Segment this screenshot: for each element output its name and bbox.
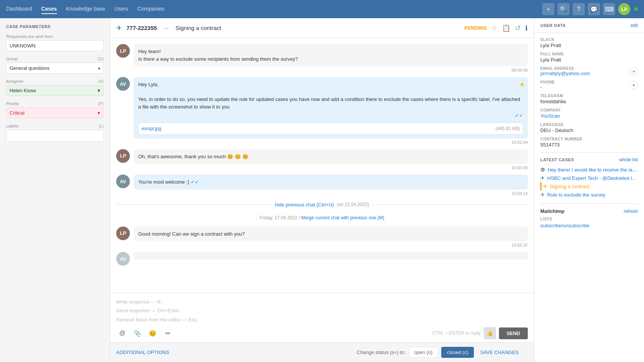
chat-icon-btn[interactable]: 💬 xyxy=(588,3,600,15)
send-button[interactable]: SEND xyxy=(499,327,528,339)
message-3: LP Oh, that's awesome, thank you so much… xyxy=(116,149,528,170)
edit-user-link[interactable]: edit xyxy=(631,23,638,28)
search-icon-btn[interactable]: 🔍 xyxy=(557,3,570,15)
company-value[interactable]: YouScan xyxy=(540,113,638,119)
emoji-icon[interactable]: 😊 xyxy=(147,327,159,339)
star-header-icon[interactable]: ☆ xyxy=(491,24,497,32)
chat-area: ✈ 777-222355 — Signing a contract PENDIN… xyxy=(110,18,534,362)
attachment-icon[interactable]: 📎 xyxy=(131,327,144,339)
msg-content-3: Oh, that's awesome, thank you so much 😊 … xyxy=(134,149,528,170)
nav-knowledge-base[interactable]: Knowledge base xyxy=(66,4,106,14)
nav-users[interactable]: Users xyxy=(114,4,128,14)
msg-bubble-2: ★ Hey Lyla,Yes, in order to do so, you n… xyxy=(134,77,528,139)
file-size-2: (465.91 KB) xyxy=(496,125,520,132)
responses-from-input[interactable] xyxy=(6,40,104,51)
email-value[interactable]: prrrratlyly@yahoo.com xyxy=(540,71,590,76)
assignee-select[interactable]: Helen Kiose ▾ xyxy=(6,85,104,96)
chat-header: ✈ 777-222355 — Signing a contract PENDIN… xyxy=(110,18,534,38)
assignee-value: Helen Kiose xyxy=(9,88,36,93)
phone-value: - xyxy=(540,84,555,90)
language-section: LANGUAGE DEU - Deutsch xyxy=(540,123,638,133)
nav-items: Dashboard Cases Knowledge base Users Com… xyxy=(6,4,542,14)
phone-section: PHONE - + xyxy=(540,80,638,90)
keyboard-icon-btn[interactable]: ⌨ xyxy=(603,3,615,15)
message-4: You're most welcome :) ✓✓ 10:03:14 AV xyxy=(116,175,528,196)
loading-message: AV xyxy=(116,252,528,266)
msg-content-1: Hey team!Is there a way to exclude some … xyxy=(134,44,528,72)
msg-text-2: Hey Lyla,Yes, in order to do so, you nee… xyxy=(138,82,520,110)
priority-select[interactable]: Critical ▾ xyxy=(6,107,104,118)
case-text-1[interactable]: Hey there! I would like to receive the l… xyxy=(548,167,638,173)
telegram-label: TELEGRAM xyxy=(540,94,638,98)
user-info: SLACK Lyla Pratt FULL NAME Lyla Pratt EM… xyxy=(534,33,644,152)
magic-icon[interactable]: ✏ xyxy=(162,327,174,339)
add-icon-btn[interactable]: ＋ xyxy=(542,3,554,15)
response-hint-2: Send response — Ctrl+Enter. xyxy=(116,306,528,315)
change-status-label: Change status (s+) to: xyxy=(357,349,405,355)
email-label: EMAIL ADDRESS xyxy=(540,66,590,71)
case-text-3[interactable]: Signing a contract xyxy=(550,184,638,189)
file-name-2[interactable]: exmpl.jpg xyxy=(142,125,161,132)
thumb-btn[interactable]: 👍 xyxy=(484,327,496,339)
refresh-link[interactable]: refresh xyxy=(624,209,638,214)
case-item-2: ✈ HSBC and Expert Tech - @Deskiebot I... xyxy=(540,174,638,182)
slack-section: SLACK Lyla Pratt xyxy=(540,38,638,48)
hide-chat-link[interactable]: hide previous chat (Ctrl+U) xyxy=(275,202,334,208)
loading-bubble xyxy=(134,252,528,260)
case-status: PENDING xyxy=(464,25,487,31)
group-select[interactable]: General questions xyxy=(6,63,104,74)
case-text-4[interactable]: Rule to exclude the survey xyxy=(547,192,638,198)
right-panel-header: USER DATA edit xyxy=(534,18,644,33)
open-status-btn[interactable]: open (o) xyxy=(409,347,438,358)
message-1: LP Hey team!Is there a way to exclude so… xyxy=(116,44,528,72)
closed-status-btn[interactable]: closed (c) xyxy=(441,347,474,358)
add-email-btn[interactable]: + xyxy=(630,67,638,76)
loading-avatar: AV xyxy=(116,252,130,266)
history-icon[interactable]: ↺ xyxy=(515,24,521,32)
latest-cases-header: LATEST CASES whole list xyxy=(540,157,638,162)
msg-avatar-4: AV xyxy=(116,175,130,188)
msg-content-2: ★ Hey Lyla,Yes, in order to do so, you n… xyxy=(134,77,528,145)
user-data-title: USER DATA xyxy=(540,23,566,28)
help-icon-btn[interactable]: ? xyxy=(573,3,585,15)
additional-options[interactable]: ADDITIONAL OPTIONS xyxy=(116,349,169,355)
add-phone-btn[interactable]: + xyxy=(630,81,638,89)
info-icon[interactable]: ℹ xyxy=(525,24,528,32)
recent-msg-bubble: Good morning! Can we sign a contract wit… xyxy=(134,227,528,242)
recent-message: LP Good morning! Can we sign a contract … xyxy=(116,227,528,248)
contract-section: CONTRACT NUMBER 5514773 xyxy=(540,137,638,148)
nav-cases[interactable]: Cases xyxy=(41,4,57,14)
msg-bubble-1: Hey team!Is there a way to exclude some … xyxy=(134,44,528,66)
save-changes-btn[interactable]: SAVE CHANGES xyxy=(477,347,522,357)
send-icon: ✈ xyxy=(116,24,122,32)
fullname-label: FULL NAME xyxy=(540,52,638,56)
assignee-label: Assignee xyxy=(6,79,23,83)
case-icon-1: ⚙ xyxy=(540,167,545,173)
response-toolbar: @ 📎 😊 ✏ CTRL + ENTER to reply 👍 SEND xyxy=(116,324,528,339)
mention-icon[interactable]: @ xyxy=(116,327,128,339)
contract-label: CONTRACT NUMBER xyxy=(540,137,638,141)
chat-messages: LP Hey team!Is there a way to exclude so… xyxy=(110,38,534,293)
user-avatar[interactable]: LP xyxy=(618,3,630,15)
send-area: CTRL + ENTER to reply 👍 SEND xyxy=(432,327,528,339)
lists-value[interactable]: subscribe/unsubscribe xyxy=(540,223,638,228)
msg-text-3: Oh, that's awesome, thank you so much 😊 … xyxy=(138,154,248,159)
date-separator: Friday, 17.06.2022 / Merge current chat … xyxy=(116,214,528,222)
labels-shortcut: (L) xyxy=(99,124,104,128)
note-icon[interactable]: 📋 xyxy=(502,24,510,32)
msg-time-1: 09:59:40 xyxy=(134,68,528,72)
whole-list-link[interactable]: whole list xyxy=(619,157,638,162)
lists-label: LISTS xyxy=(540,217,638,221)
group-field: Group (G) General questions xyxy=(6,57,104,74)
nav-dashboard[interactable]: Dashboard xyxy=(6,4,32,14)
msg-time-2: 10:02:04 xyxy=(134,140,528,145)
slack-label: SLACK xyxy=(540,38,638,42)
case-text-2[interactable]: HSBC and Expert Tech - @Deskiebot I... xyxy=(547,175,638,181)
labels-input[interactable] xyxy=(6,130,104,142)
hide-chat-date: (on 22.04.2022) xyxy=(337,202,369,207)
labels-field: Labels (L) xyxy=(6,124,104,142)
merge-link[interactable]: Merge current chat with previous one (M) xyxy=(301,215,384,220)
nav-companies[interactable]: Companies xyxy=(137,4,164,14)
top-nav: Dashboard Cases Knowledge base Users Com… xyxy=(0,0,644,18)
msg-avatar-3: LP xyxy=(116,149,130,163)
